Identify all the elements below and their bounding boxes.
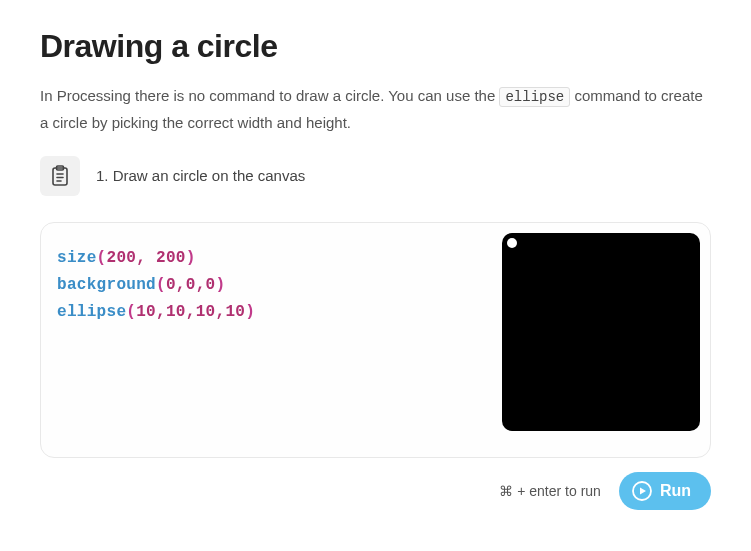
run-button-label: Run <box>660 482 691 500</box>
task-row: 1. Draw an circle on the canvas <box>40 156 711 196</box>
task-text: 1. Draw an circle on the canvas <box>96 167 305 184</box>
code-line: ellipse(10,10,10,10) <box>57 299 484 326</box>
code-workspace: size(200, 200)background(0,0,0)ellipse(1… <box>40 222 711 458</box>
play-circle-icon <box>631 480 653 502</box>
intro-text: In Processing there is no command to dra… <box>40 83 711 136</box>
keyboard-hint: ⌘ + enter to run <box>499 483 601 499</box>
canvas-output <box>502 233 700 431</box>
code-line: background(0,0,0) <box>57 272 484 299</box>
footer: ⌘ + enter to run Run <box>40 472 711 510</box>
inline-code-ellipse: ellipse <box>499 87 570 107</box>
run-button[interactable]: Run <box>619 472 711 510</box>
code-editor[interactable]: size(200, 200)background(0,0,0)ellipse(1… <box>57 245 484 327</box>
canvas-circle <box>507 238 517 248</box>
intro-part1: In Processing there is no command to dra… <box>40 87 499 104</box>
clipboard-icon <box>40 156 80 196</box>
code-line: size(200, 200) <box>57 245 484 272</box>
page-title: Drawing a circle <box>40 28 711 65</box>
